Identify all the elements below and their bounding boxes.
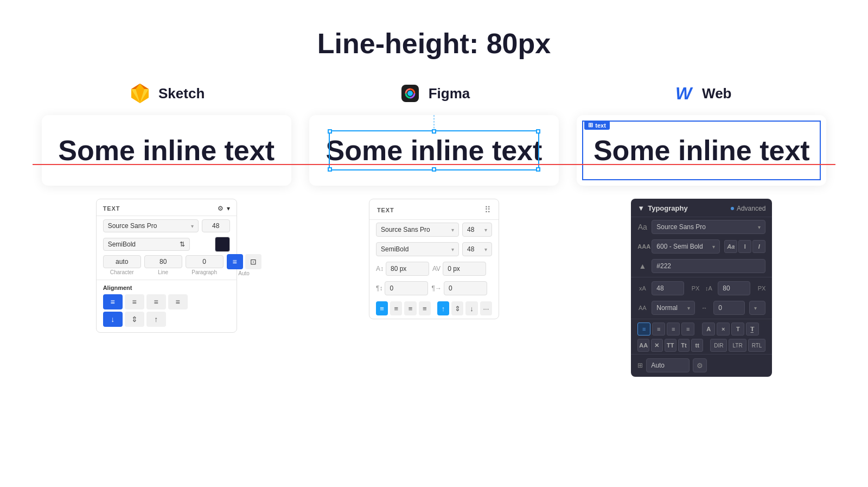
sketch-valign-bottom[interactable]: ↑ [146,312,166,327]
figma-valign-top[interactable]: ↑ [437,301,449,315]
web-advanced-text[interactable]: Advanced [737,205,765,212]
web-divider1 [631,277,772,277]
chevron-down-icon[interactable]: ▾ [227,205,230,212]
web-caps-off[interactable]: A [702,322,715,336]
web-tag-icon: ⊞ [588,122,593,129]
web-text-tt[interactable]: tt [691,339,703,352]
web-italic-aa[interactable]: Aa [724,240,737,253]
figma-align-justify[interactable]: ≡ [419,301,431,315]
sketch-valign-top[interactable]: ↓ [103,312,123,327]
web-weight-select[interactable]: 600 - Semi Bold [652,239,720,254]
figma-valign-bottom[interactable]: ↓ [465,301,477,315]
web-size-icon: xA [637,285,647,292]
web-caps-all[interactable]: T [731,322,744,336]
web-lineheight-input[interactable]: 80 [718,281,750,295]
sketch-line-input[interactable]: 80 [144,255,182,268]
figma-handle-tl[interactable] [328,129,332,134]
figma-weight-row: SemiBold 48 [369,239,499,259]
figma-indent-input[interactable]: 0 [444,281,487,295]
web-align-right[interactable]: ≡ [667,322,680,336]
figma-grid-icon[interactable]: ⠿ [484,205,491,215]
web-align-left[interactable]: ≡ [637,322,650,336]
sketch-panel: TEXT ⚙ ▾ Source Sans Pro 48 SemiBold ⇅ [96,199,237,333]
web-spacing-input[interactable]: 0 [713,301,745,315]
figma-align-right[interactable]: ≡ [404,301,416,315]
web-panel-arrow[interactable]: ▼ [637,204,644,212]
sketch-halign-row: ≡ ≡ ≡ ≡ [103,294,230,309]
web-gear-btn[interactable]: ⚙ [693,358,707,372]
sketch-header: Sketch [128,81,205,105]
web-style-select[interactable]: Normal [652,301,695,315]
sketch-align-left[interactable]: ≡ [103,294,123,309]
gear-icon[interactable]: ⚙ [218,205,224,212]
web-text-Tt[interactable]: Tt [678,339,690,352]
figma-handle-tr[interactable] [536,129,540,134]
sketch-panel-title: TEXT [103,205,120,212]
figma-handle-bl[interactable] [328,167,332,172]
figma-line-input[interactable]: 80 px [386,262,429,276]
figma-handle-bm[interactable] [432,167,436,172]
sketch-valign-middle[interactable]: ⇕ [125,312,144,327]
web-strikethrough[interactable]: × [717,322,730,336]
web-caps-small[interactable]: T̲ [746,322,759,336]
web-dir-rtl[interactable]: RTL [748,339,766,352]
web-column: W Web ⊞ text Some inline text ▼ Typograp… [577,81,826,377]
web-align-spacer [696,322,700,336]
sketch-auto-input[interactable]: auto [103,255,141,268]
web-spacing-unit[interactable] [749,301,765,315]
sketch-wrap-btn[interactable]: ⊡ [245,254,261,269]
figma-more-btn[interactable]: ··· [480,301,492,315]
web-grid-icon: ⊞ [637,362,643,369]
figma-weight-select[interactable]: SemiBold [376,242,459,256]
sketch-line-label: Line [158,269,168,275]
web-color-row: ▲ #222 [631,256,772,276]
sketch-color-swatch[interactable] [215,237,230,252]
figma-preview-text: Some inline text [326,134,542,167]
web-text-TT[interactable]: TT [665,339,676,352]
figma-panel: TEXT ⠿ Source Sans Pro 48 SemiBold [369,199,499,319]
web-size-input[interactable]: 48 [652,281,684,295]
figma-letter-input[interactable]: 0 px [443,262,486,276]
web-dir-ltr[interactable]: LTR [729,339,746,352]
web-bold-i[interactable]: I [738,240,751,253]
sketch-font-select[interactable]: Source Sans Pro [103,219,199,232]
figma-valign-middle[interactable]: ⇕ [451,301,463,315]
figma-handle-br[interactable] [536,167,540,172]
figma-align-left[interactable]: ≡ [376,301,388,315]
figma-font-size[interactable]: 48 [462,223,492,237]
sketch-align-right[interactable]: ≡ [146,294,166,309]
sketch-align-lines-btn[interactable]: ≡ [227,254,243,269]
sketch-weight-select[interactable]: SemiBold ⇅ [103,238,190,251]
web-align-justify[interactable]: ≡ [681,322,694,336]
figma-para-row: ¶↕ 0 ¶→ 0 [369,279,499,298]
sketch-icon [128,81,152,105]
web-text-AA[interactable]: AA [637,339,649,352]
web-text-x[interactable]: ✕ [651,339,663,352]
sketch-paragraph-input[interactable]: 0 [186,255,224,268]
figma-letter-icon: AV [432,265,441,273]
web-lineheight-unit: PX [755,285,765,292]
sketch-font-size[interactable]: 48 [202,219,230,232]
web-weight-icon: AAA [637,243,647,250]
sketch-align-center[interactable]: ≡ [125,294,144,309]
sketch-panel-header: TEXT ⚙ ▾ [97,199,237,216]
figma-align-center[interactable]: ≡ [390,301,402,315]
web-header: W Web [672,81,731,105]
web-color-input[interactable]: #222 [652,259,765,273]
figma-weight-size2[interactable]: 48 [462,242,492,256]
web-dir-dir[interactable]: DIR [710,339,727,352]
sketch-valign-row: ↓ ⇕ ↑ [103,312,230,327]
web-italic-i[interactable]: I [752,240,765,253]
sketch-weight-row: SemiBold ⇅ [97,236,237,253]
web-align-row: ≡ ≡ ≡ ≡ A × T T̲ [631,320,772,338]
web-preview-text: Some inline text [593,134,810,167]
sketch-para-label: Paragraph [192,269,217,275]
web-style-btns: Aa I I [724,240,765,253]
sketch-char-label: Character [110,269,134,275]
figma-para-input[interactable]: 0 [385,281,428,295]
web-auto-input[interactable]: Auto [646,358,690,372]
sketch-align-justify[interactable]: ≡ [168,294,188,309]
web-font-select[interactable]: Source Sans Pro [652,220,765,234]
figma-font-select[interactable]: Source Sans Pro [376,223,459,237]
web-align-center[interactable]: ≡ [652,322,665,336]
